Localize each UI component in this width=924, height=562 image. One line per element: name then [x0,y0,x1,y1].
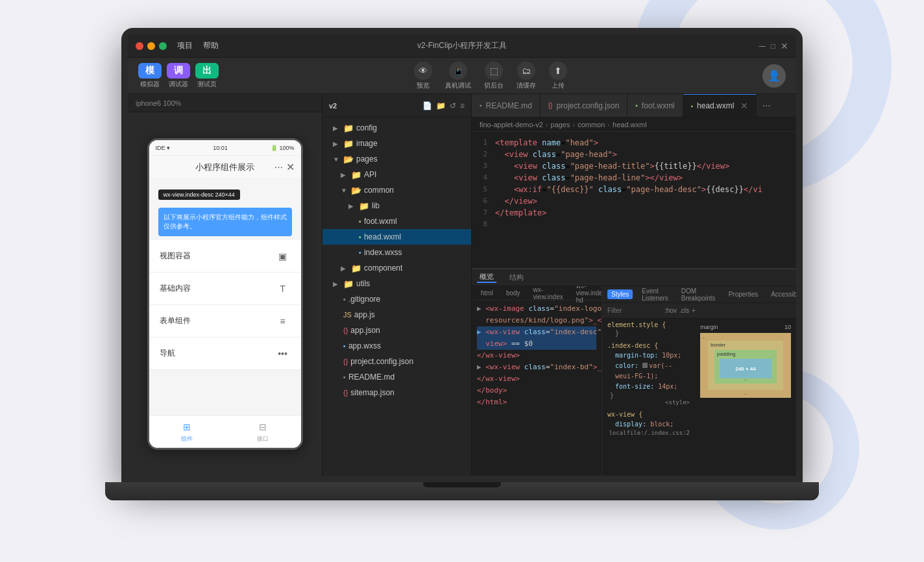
restore-icon[interactable]: □ [771,42,775,51]
tab-close-icon[interactable]: ✕ [740,101,748,111]
tree-item-head-wxml[interactable]: ▶ ▪ head.wxml [322,229,471,245]
menu-item-project[interactable]: 项目 [177,40,193,51]
style-prop: display: block; [607,419,690,430]
styles-rule-element: element.style { } [607,321,690,337]
html-tab-index[interactable]: wx-view.index [529,286,567,302]
win-close-btn[interactable] [136,42,143,50]
folder-icon: 📁 [343,123,354,133]
filter-add-btn[interactable]: + [692,307,696,314]
tree-item-index-wxss[interactable]: ▶ ▪ index.wxss [322,245,471,260]
tab-head-wxml[interactable]: ▪ head.wxml ✕ [683,94,757,117]
tree-item-lib[interactable]: ▶ 📁 lib [322,198,471,214]
file-icon: {} [343,326,348,334]
phone-menu-item-3[interactable]: 导航 ••• [149,337,301,370]
win-minimize-btn[interactable] [147,42,155,50]
tab-bar: ▪ README.md {} project.config.json ▪ foo… [472,94,796,117]
minimize-icon[interactable]: ─ [759,41,766,51]
phone-bottom-nav: ⊞ 组件 ⊟ 接口 [149,415,301,448]
clear-action[interactable]: 🗂 清缓存 [517,62,536,90]
battery-label: 🔋 100% [271,145,295,151]
tree-item-foot-wxml[interactable]: ▶ ▪ foot.wxml [322,214,471,229]
tab-label: project.config.json [557,101,620,110]
refresh-icon[interactable]: ↺ [450,101,456,110]
tree-item-project-config[interactable]: ▶ {} project.config.json [322,354,471,369]
highlight-content: 以下将展示小程序官方组件能力，组件样式仅供参考。 [158,210,292,234]
tree-item-app-wxss[interactable]: ▶ ▪ app.wxss [322,338,471,354]
border-label: border [711,342,725,348]
menu-item-2-icon: ≡ [275,315,291,327]
html-tab-html[interactable]: html [477,288,497,298]
html-tab-body[interactable]: body [502,288,524,298]
user-avatar[interactable]: 👤 [762,64,786,88]
line-number: 2 [472,149,495,160]
filter-hov-btn[interactable]: :hov [664,307,677,314]
styles-tab-props[interactable]: Properties [725,289,762,299]
phone-menu-item-0[interactable]: 视图容器 ▣ [149,240,301,273]
laptop-base [105,482,819,500]
menu-item-1-icon: T [275,283,291,295]
tree-item-component[interactable]: ▶ 📁 component [322,260,471,276]
simulator-btn[interactable]: 模 模拟器 [138,63,162,89]
breadcrumb-item-3: head.wxml [613,121,647,128]
tab-foot-wxml[interactable]: ▪ foot.wxml [627,94,683,117]
arrow-icon: ▶ [333,280,341,287]
cut-action[interactable]: ⬚ 切后台 [484,62,504,90]
line-content: <wx:if="{{desc}}" class="page-head-desc"… [495,184,796,195]
nav-component[interactable]: ⊞ 组件 [149,421,225,443]
debugger-btn[interactable]: 调 调试器 [167,63,190,89]
breadcrumb-sep: › [607,121,610,128]
menu-item-help[interactable]: 帮助 [203,40,219,51]
tree-item-pages[interactable]: ▼ 📂 pages [322,151,471,167]
dev-tab-overview[interactable]: 概览 [477,272,496,283]
styles-tab-dom[interactable]: DOM Breakpoints [677,286,720,303]
new-folder-icon[interactable]: 📁 [436,101,446,110]
folder-icon: 📁 [359,201,369,211]
file-icon: {} [343,358,348,365]
styles-tab-events[interactable]: Event Listeners [638,286,672,303]
breadcrumb-item-1: pages [551,121,570,128]
tab-readme[interactable]: ▪ README.md [472,94,541,117]
filter-cls-btn[interactable]: .cls [679,307,689,314]
tree-item-app-json[interactable]: ▶ {} app.json [322,323,471,338]
tree-item-sitemap[interactable]: ▶ {} sitemap.json [322,385,471,400]
tab-project-config[interactable]: {} project.config.json [541,94,627,117]
phone-menu-item-2[interactable]: 表单组件 ≡ [149,305,301,337]
styles-tab-access[interactable]: Accessibility [767,289,796,299]
line-content: <view class="page-head-title">{{title}}<… [495,160,796,172]
tree-item-config[interactable]: ▶ 📁 config [322,120,471,136]
html-line-7: </wx-view> [477,373,596,385]
collapse-icon[interactable]: ≡ [460,101,465,110]
tree-label: common [364,186,394,195]
code-editor[interactable]: 1 <template name="head"> 2 <view class="… [472,132,796,268]
arrow-icon: ▶ [341,265,348,272]
styles-filter: :hov .cls + [602,303,796,319]
tab-more-btn[interactable]: ··· [757,94,775,117]
editor-area: ▪ README.md {} project.config.json ▪ foo… [472,94,796,476]
styles-tab-styles[interactable]: Styles [607,289,633,299]
more-options-btn[interactable]: ··· ✕ [274,161,295,173]
win-maximize-btn[interactable] [159,42,167,50]
tree-item-gitignore[interactable]: ▶ ▪ .gitignore [322,291,471,307]
tree-item-image[interactable]: ▶ 📁 image [322,136,471,151]
tree-item-utils[interactable]: ▶ 📁 utils [322,276,471,291]
preview-action[interactable]: 👁 预览 [414,62,432,90]
toolbar: 模 模拟器 调 调试器 出 测试页 👁 预览 [128,58,796,94]
real-device-action[interactable]: 📱 真机调试 [445,62,471,90]
html-line-8: </body> [477,385,596,397]
upload-action[interactable]: ⬆ 上传 [549,62,567,90]
testpage-btn[interactable]: 出 测试页 [195,63,219,89]
tree-item-readme[interactable]: ▶ ▪ README.md [322,369,471,385]
new-file-icon[interactable]: 📄 [422,101,432,110]
device-label: iphone6 100% [136,99,181,107]
close-window-icon[interactable]: ✕ [781,41,788,51]
content-box: 240 × 44 [720,359,772,378]
phone-menu-item-1[interactable]: 基础内容 T [149,273,301,305]
tree-item-app-js[interactable]: ▶ JS app.js [322,307,471,323]
margin-top-val: - [703,334,705,340]
nav-interface[interactable]: ⊟ 接口 [225,421,301,443]
tree-item-api[interactable]: ▶ 📁 API [322,167,471,182]
styles-filter-input[interactable] [607,307,659,314]
dev-tab-structure[interactable]: 结构 [507,273,526,282]
tree-item-common[interactable]: ▼ 📂 common [322,182,471,198]
html-line-2: resources/kind/logo.png">_</wx-image> [477,315,596,326]
